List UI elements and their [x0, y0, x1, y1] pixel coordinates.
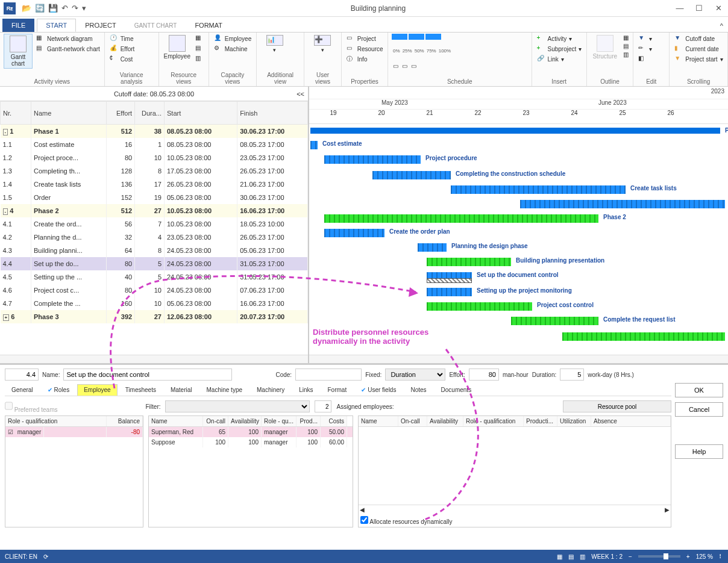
gantt-bar[interactable]: Project cost control	[427, 302, 532, 311]
additional-view-button[interactable]: 📊▾	[260, 34, 289, 54]
tab-project[interactable]: PROJECT	[76, 19, 125, 32]
project-props-button[interactable]: ▭Project	[345, 34, 384, 43]
view-icon-2[interactable]: ▤	[568, 553, 574, 560]
detail-tab-roles[interactable]: ✔Roles	[41, 384, 77, 396]
gantt-bar[interactable]: Cost estimate	[310, 141, 318, 149]
gantt-bar[interactable]: Building planning presentation	[427, 258, 511, 266]
gantt-bar[interactable]: Setting up the project monitoring	[427, 288, 472, 296]
gantt-bar[interactable]: Project procedure	[324, 155, 421, 164]
minimize-button[interactable]: —	[670, 4, 689, 13]
table-row[interactable]: 1.5Order1521905.06.23 08:0030.06.23 17:0…	[1, 191, 308, 204]
tab-gantt-context[interactable]: GANTT CHART	[125, 19, 186, 32]
employee-panel[interactable]: Name On-call Availability Role - qu... P…	[148, 415, 353, 527]
table-row[interactable]: +6Phase 33922712.06.23 08:0020.07.23 17:…	[1, 310, 308, 323]
detail-tab-format[interactable]: Format	[321, 384, 354, 396]
resource-props-button[interactable]: ▭Resource	[345, 44, 384, 54]
gantt-chart-button[interactable]: Gantt chart	[4, 34, 33, 69]
table-row[interactable]: 4.2Planning the d...32423.05.23 08:0026.…	[1, 231, 308, 244]
detail-tab-machinery[interactable]: Machinery	[250, 384, 291, 396]
insert-link-button[interactable]: 🔗Link▾	[536, 54, 583, 64]
gantt-network-button[interactable]: ▤Gantt-network chart	[35, 44, 101, 54]
table-row[interactable]: 4.5Setting up the ...40524.05.23 08:0031…	[1, 270, 308, 284]
gantt-bar[interactable]: Create task lists	[451, 185, 626, 194]
cost-button[interactable]: ¢Cost	[108, 54, 136, 64]
detail-tab-employee[interactable]: Employee	[77, 384, 117, 396]
table-row[interactable]: -1Phase 15123808.05.23 08:0030.06.23 17:…	[1, 125, 308, 138]
col-nr[interactable]: Nr.	[1, 102, 31, 125]
ok-button[interactable]: OK	[675, 383, 723, 397]
structure-button[interactable]: Structure	[591, 34, 620, 61]
gantt-bar[interactable]: Planning the design phase	[418, 243, 447, 252]
redo-icon[interactable]: ↷	[72, 4, 78, 13]
gantt-body[interactable]: Phase 1Cost estimateProject procedureCom…	[309, 124, 728, 355]
code-field[interactable]	[295, 369, 362, 381]
gantt-bar[interactable]: Create the order plan	[324, 229, 384, 237]
detail-tab-timesheets[interactable]: Timesheets	[119, 384, 163, 396]
open-icon[interactable]: 📂	[22, 4, 31, 13]
cap-employee-button[interactable]: 👤Employee	[213, 34, 253, 43]
rv-btn3[interactable]: ▥	[194, 54, 205, 64]
time-button[interactable]: 🕐Time	[108, 34, 136, 43]
erase-button[interactable]: ◧	[637, 54, 653, 64]
table-row[interactable]: -4Phase 25122710.05.23 08:0016.06.23 17:…	[1, 204, 308, 217]
gantt-hscroll[interactable]	[309, 355, 728, 363]
tab-start[interactable]: START	[37, 19, 76, 32]
outline-btn2[interactable]: ▤	[622, 42, 630, 50]
qat-dropdown-icon[interactable]: ▾	[82, 4, 86, 13]
allocate-dynamically-check[interactable]: Allocate resources dynamically	[359, 514, 671, 527]
insert-activity-button[interactable]: +Activity▾	[536, 34, 583, 43]
view-icon-1[interactable]: ▦	[557, 553, 562, 560]
employee-row[interactable]: Superman, Red65100manager10050.00	[149, 427, 353, 437]
resource-pool-button[interactable]: Resource pool	[563, 400, 671, 412]
col-name[interactable]: Name	[31, 102, 107, 125]
table-row[interactable]: 1.3Completing th...128817.05.23 08:0026.…	[1, 164, 308, 178]
save-icon[interactable]: 💾	[48, 4, 58, 13]
refresh-icon[interactable]: ⟳	[43, 553, 48, 560]
table-row[interactable]: 1.1Cost estimate16108.05.23 08:0008.05.2…	[1, 138, 308, 151]
col-finish[interactable]: Finish	[237, 102, 308, 125]
detail-tab-user-fields[interactable]: ✔User fields	[354, 384, 403, 396]
gantt-bar[interactable]: Order	[520, 200, 725, 208]
insert-subproject-button[interactable]: +Subproject▾	[536, 44, 583, 54]
table-row[interactable]: 1.2Project proce...801010.05.23 08:0023.…	[1, 151, 308, 164]
collapse-grid-icon[interactable]: <<	[297, 90, 304, 98]
scroll-left-icon[interactable]: ◀	[360, 506, 365, 513]
sched-bar2[interactable]	[409, 34, 424, 40]
sched-bar1[interactable]	[392, 34, 407, 40]
table-row[interactable]: 4.1Create the ord...56710.05.23 08:0018.…	[1, 217, 308, 231]
status-menu-icon[interactable]: ⠇	[719, 553, 723, 560]
cancel-button[interactable]: Cancel	[675, 402, 723, 417]
effort-field[interactable]	[469, 369, 499, 381]
fixed-select[interactable]: Duration	[385, 369, 445, 381]
employee-row[interactable]: Suppose100100manager10060.00	[149, 437, 353, 447]
role-panel[interactable]: Role - qualificationBalance ☑ manager-80	[5, 415, 143, 527]
assigned-panel[interactable]: Name On-call Availability Role - qualifi…	[358, 415, 671, 527]
scroll-right-icon[interactable]: ▶	[665, 506, 670, 513]
zoom-out-button[interactable]: −	[629, 553, 632, 560]
preferred-teams-check[interactable]: Preferred teams	[5, 400, 57, 413]
filter-count-field[interactable]	[315, 400, 331, 412]
table-row[interactable]: 4.3Building planni...64824.05.23 08:0005…	[1, 244, 308, 257]
table-row[interactable]: 4.4Set up the do...80524.05.23 08:0031.0…	[1, 257, 308, 270]
network-diagram-button[interactable]: ▦Network diagram	[35, 34, 101, 43]
view-icon-3[interactable]: ▥	[580, 553, 585, 560]
gantt-bar[interactable]: Phase 2	[324, 214, 598, 223]
table-row[interactable]: 1.4Create task lists1361726.05.23 08:002…	[1, 178, 308, 191]
sched-opt2[interactable]: ▭	[401, 62, 409, 70]
help-button[interactable]: Help	[675, 444, 723, 459]
detail-tab-notes[interactable]: Notes	[404, 384, 433, 396]
info-button[interactable]: ⓘInfo	[345, 54, 384, 64]
gantt-bar[interactable]: Completing the construction schedule	[372, 171, 451, 179]
sched-bar3[interactable]	[425, 34, 441, 40]
detail-tab-links[interactable]: Links	[292, 384, 319, 396]
outline-btn3[interactable]: ▥	[622, 51, 630, 58]
highlight-button[interactable]: ✏▾	[637, 44, 653, 54]
grid-hscroll[interactable]	[0, 355, 308, 363]
current-date-button[interactable]: ▮Current date	[673, 44, 724, 54]
outline-btn1[interactable]: ▦	[622, 34, 630, 42]
sched-opt3[interactable]: ▭	[410, 62, 418, 70]
gantt-bar[interactable]: Phase 1	[310, 128, 720, 134]
employee-resource-button[interactable]: Employee	[163, 34, 192, 61]
duration-field[interactable]	[560, 369, 584, 381]
col-effort[interactable]: Effort	[107, 102, 135, 125]
